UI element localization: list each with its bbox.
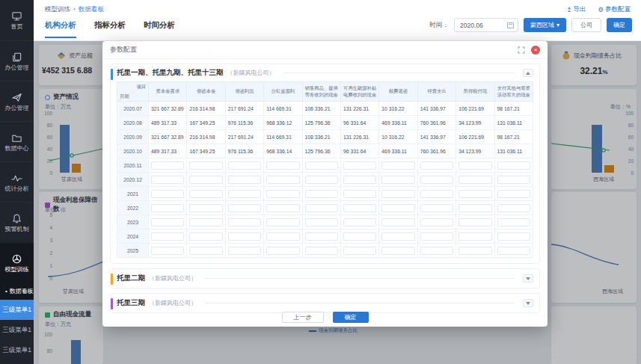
table-cell[interactable]: 96 331.64 (340, 116, 378, 130)
table-cell-input[interactable] (497, 204, 530, 212)
table-cell-input[interactable] (343, 218, 376, 226)
table-cell[interactable]: 10 316.22 (379, 130, 417, 144)
sidebar-third-item-2[interactable]: 三级菜单1 (0, 340, 34, 360)
table-cell[interactable]: 469 336.11 (379, 144, 417, 158)
table-cell[interactable]: 125 796.36 (302, 144, 340, 158)
table-cell[interactable]: 141 336.97 (417, 130, 456, 144)
param-config-link[interactable]: ⚙ 参数配置 (598, 5, 631, 14)
table-cell[interactable]: 968 336.12 (264, 116, 302, 130)
table-cell-input[interactable] (266, 247, 299, 255)
table-cell-input[interactable] (420, 190, 453, 198)
table-cell[interactable]: 469 336.11 (379, 116, 417, 130)
table-cell[interactable]: 96 331.64 (340, 144, 378, 158)
table-cell[interactable]: 968 336.14 (264, 144, 302, 158)
table-cell-input[interactable] (151, 204, 184, 212)
sidebar-third-item-1[interactable]: 三级菜单1 (0, 320, 34, 340)
table-cell-input[interactable] (266, 218, 299, 226)
table-cell[interactable]: 114 669.31 (264, 102, 302, 116)
table-cell-input[interactable] (343, 161, 376, 170)
table-cell-input[interactable] (343, 204, 376, 212)
table-cell-input[interactable] (381, 232, 414, 241)
breadcrumb-parent[interactable]: 模型训练 (45, 5, 70, 14)
sidebar-item-5[interactable]: 预警机制 (0, 202, 34, 242)
table-cell-input[interactable] (420, 161, 453, 170)
table-cell-input[interactable] (497, 176, 530, 184)
table-cell[interactable]: 108 336.21 (302, 130, 340, 144)
tab-1[interactable]: 指标分析 (94, 20, 126, 38)
tab-0[interactable]: 机构分析 (45, 20, 76, 38)
expand-button[interactable] (523, 274, 533, 283)
table-cell-input[interactable] (228, 204, 261, 212)
table-cell-input[interactable] (266, 232, 299, 241)
previous-step-button[interactable]: 上一步 (282, 312, 324, 323)
table-cell[interactable]: 125 796.36 (302, 116, 340, 130)
table-cell-input[interactable] (228, 218, 261, 226)
sidebar-item-4[interactable]: 统计分析 (0, 161, 34, 202)
table-cell[interactable]: 167 349.25 (187, 116, 225, 130)
table-cell-input[interactable] (305, 232, 338, 241)
table-cell-input[interactable] (189, 218, 222, 226)
table-cell-input[interactable] (151, 218, 184, 226)
table-cell[interactable]: 489 317.33 (149, 116, 187, 130)
table-cell[interactable]: 167 349.25 (187, 144, 225, 158)
table-cell[interactable]: 10 316.22 (379, 102, 417, 116)
table-cell[interactable]: 976 115.36 (225, 116, 263, 130)
table-cell[interactable]: 321 667 32.89 (149, 102, 187, 116)
table-cell-input[interactable] (189, 176, 222, 184)
table-cell[interactable]: 131 226.31 (340, 130, 378, 144)
table-cell-input[interactable] (458, 232, 491, 241)
time-input[interactable]: 2020.06 (454, 18, 518, 32)
table-cell-input[interactable] (266, 190, 299, 198)
company-button[interactable]: 公司 (571, 18, 601, 32)
table-cell-input[interactable] (381, 247, 414, 255)
confirm-button[interactable]: 确定 (607, 18, 632, 32)
table-cell-input[interactable] (381, 176, 414, 184)
table-cell-input[interactable] (151, 232, 184, 241)
table-cell-input[interactable] (228, 247, 261, 255)
table-cell-input[interactable] (381, 161, 414, 170)
table-cell-input[interactable] (458, 218, 491, 226)
table-cell[interactable]: 217 691.24 (225, 130, 263, 144)
table-cell-input[interactable] (266, 176, 299, 184)
table-cell-input[interactable] (343, 232, 376, 241)
table-cell-input[interactable] (189, 232, 222, 241)
table-cell[interactable]: 976 115.36 (225, 144, 263, 158)
sidebar-item-2[interactable]: 办公管理 (0, 81, 34, 121)
table-cell-input[interactable] (497, 232, 530, 241)
table-cell-input[interactable] (189, 204, 222, 212)
table-cell[interactable]: 760 361.96 (417, 116, 456, 130)
sidebar-item-data-board[interactable]: • 数据看板 (0, 283, 34, 300)
table-cell[interactable]: 98 167.21 (494, 130, 533, 144)
tab-2[interactable]: 时间分析 (144, 20, 175, 38)
table-cell[interactable]: 34 123.99 (456, 116, 494, 130)
table-cell-input[interactable] (343, 247, 376, 255)
collapse-button[interactable] (523, 69, 533, 77)
table-cell-input[interactable] (151, 176, 184, 184)
table-cell-input[interactable] (305, 190, 338, 198)
table-cell-input[interactable] (266, 161, 299, 170)
table-cell-input[interactable] (381, 204, 414, 212)
table-cell[interactable]: 114 669.31 (264, 130, 302, 144)
table-cell-input[interactable] (189, 190, 222, 198)
table-cell-input[interactable] (497, 190, 530, 198)
table-cell-input[interactable] (151, 190, 184, 198)
table-cell-input[interactable] (189, 247, 222, 255)
table-cell[interactable]: 106 221.69 (456, 102, 494, 116)
table-cell[interactable]: 141 336.97 (417, 102, 456, 116)
table-cell[interactable]: 131 036.11 (494, 116, 533, 130)
table-cell[interactable]: 108 336.21 (302, 102, 340, 116)
region-dropdown[interactable]: 蒙西区域 ▾ (524, 18, 566, 32)
table-cell-input[interactable] (420, 176, 453, 184)
table-cell-input[interactable] (497, 247, 530, 255)
table-cell-input[interactable] (228, 232, 261, 241)
table-cell-input[interactable] (497, 218, 530, 226)
table-cell-input[interactable] (228, 190, 261, 198)
table-cell-input[interactable] (305, 161, 338, 170)
table-cell-input[interactable] (458, 176, 491, 184)
table-cell[interactable]: 106 221.69 (456, 130, 494, 144)
table-cell-input[interactable] (381, 218, 414, 226)
table-cell-input[interactable] (458, 247, 491, 255)
sidebar-item-0[interactable]: 首页 (0, 0, 34, 40)
table-cell[interactable]: 98 167.21 (494, 102, 533, 116)
modal-confirm-button[interactable]: 确定 (333, 312, 369, 323)
